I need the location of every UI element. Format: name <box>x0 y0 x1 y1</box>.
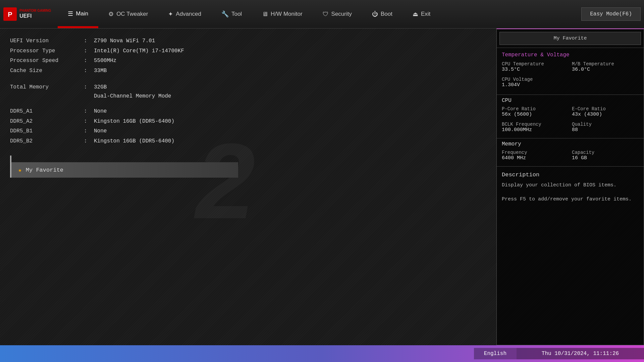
brand-icon: P <box>3 7 17 21</box>
mb-temp-col: M/B Temperature 36.0°C <box>572 61 639 75</box>
nav-item-oc-tweaker[interactable]: ⚙ OC Tweaker <box>98 0 158 28</box>
cpu-section-title: CPU <box>502 98 639 104</box>
cache-size-row: Cache Size : 33MB <box>10 67 486 75</box>
processor-speed-label: Processor Speed <box>10 57 84 65</box>
language-button[interactable]: English <box>474 348 517 359</box>
ddr5-a1-label: DDR5_A1 <box>10 107 84 116</box>
memory-section: Memory Frequency 6400 MHz Capacity 16 GB <box>497 138 644 166</box>
uefi-version-label: UEFI Version <box>10 37 84 46</box>
security-icon: 🛡 <box>323 11 329 18</box>
sep3: : <box>84 57 94 65</box>
cpu-temp-col: CPU Temperature 33.5°C <box>502 61 569 75</box>
frequency-col: Frequency 6400 MHz <box>502 150 569 164</box>
my-favorite-button[interactable]: My Favorite <box>499 32 641 45</box>
uefi-label: UEFI <box>19 13 32 19</box>
capacity-value: 16 GB <box>572 155 639 161</box>
ddr5-a1-value: None <box>94 107 107 116</box>
ddr5-b1-value: None <box>94 127 107 136</box>
brand-text: PHANTOM GAMING UEFI <box>19 8 51 20</box>
processor-type-row: Processor Type : Intel(R) Core(TM) i7-14… <box>10 47 486 56</box>
total-memory-label: Total Memory <box>10 83 84 92</box>
easy-mode-button[interactable]: Easy Mode(F6) <box>581 7 641 21</box>
bclk-freq-value: 100.000MHz <box>502 127 569 133</box>
mb-temp-label: M/B Temperature <box>572 61 639 67</box>
nav-item-security[interactable]: 🛡 Security <box>313 0 362 28</box>
nav-main-label: Main <box>76 10 88 17</box>
processor-type-value: Intel(R) Core(TM) i7-14700KF <box>94 47 184 56</box>
cpu-voltage-value: 1.304V <box>502 82 569 88</box>
description-section: Description Display your collection of B… <box>497 166 644 345</box>
exit-icon: ⏏ <box>413 10 418 18</box>
main-nav: ☰ Main ⚙ OC Tweaker ✦ Advanced 🔧 Tool 🖥 … <box>58 0 581 28</box>
capacity-col: Capacity 16 GB <box>572 150 639 164</box>
cpu-temp-label: CPU Temperature <box>502 61 569 67</box>
bclk-freq-label: BCLK Frequency <box>502 122 569 127</box>
nav-item-tool[interactable]: 🔧 Tool <box>211 0 252 28</box>
quality-value: 88 <box>572 127 639 133</box>
cpu-metrics-grid: P-Core Ratio 56x (5600) E-Core Ratio 43x… <box>502 106 639 135</box>
memory-metrics-grid: Frequency 6400 MHz Capacity 16 GB <box>502 150 639 164</box>
ddr5-b2-label: DDR5_B2 <box>10 137 84 146</box>
nav-security-label: Security <box>331 11 352 17</box>
capacity-label: Capacity <box>572 150 639 155</box>
ddr5-a2-label: DDR5_A2 <box>10 117 84 126</box>
nav-item-boot[interactable]: ⏻ Boot <box>362 0 402 28</box>
sep8: : <box>84 127 94 136</box>
nav-advanced-label: Advanced <box>176 11 201 17</box>
uefi-version-row: UEFI Version : Z790 Nova WiFi 7.01 <box>10 37 486 46</box>
quality-col: Quality 88 <box>572 122 639 135</box>
temp-voltage-grid: CPU Temperature 33.5°C M/B Temperature 3… <box>502 61 639 90</box>
ecore-ratio-value: 43x (4300) <box>572 112 639 117</box>
sep9: : <box>84 137 94 146</box>
nav-exit-label: Exit <box>421 11 430 17</box>
pcore-ratio-label: P-Core Ratio <box>502 106 569 112</box>
quality-label: Quality <box>572 122 639 127</box>
sep2: : <box>84 47 94 56</box>
total-memory-row: Total Memory : 32GB <box>10 83 486 92</box>
ddr5-b1-row: DDR5_B1 : None <box>10 127 486 136</box>
nav-item-main[interactable]: ☰ Main <box>58 0 98 28</box>
hw-monitor-icon: 🖥 <box>262 11 268 18</box>
sep4: : <box>84 67 94 75</box>
logo-area: P PHANTOM GAMING UEFI <box>3 7 51 21</box>
nav-item-advanced[interactable]: ✦ Advanced <box>158 0 211 28</box>
sep6: : <box>84 107 94 116</box>
cpu-section: CPU P-Core Ratio 56x (5600) E-Core Ratio… <box>497 95 644 138</box>
system-info: UEFI Version : Z790 Nova WiFi 7.01 Proce… <box>10 37 486 145</box>
description-text1: Display your collection of BIOS items. <box>502 181 639 189</box>
processor-type-label: Processor Type <box>10 47 84 56</box>
nav-item-exit[interactable]: ⏏ Exit <box>402 0 440 28</box>
left-panel: UEFI Version : Z790 Nova WiFi 7.01 Proce… <box>0 28 496 345</box>
description-title: Description <box>502 172 639 178</box>
ecore-ratio-label: E-Core Ratio <box>572 106 639 112</box>
bottom-bar: English Thu 10/31/2024, 11:11:26 <box>0 345 644 362</box>
ddr5-a1-row: DDR5_A1 : None <box>10 107 486 116</box>
cache-size-label: Cache Size <box>10 67 84 75</box>
sep1: : <box>84 37 94 46</box>
nav-tool-label: Tool <box>231 11 242 17</box>
frequency-label: Frequency <box>502 150 569 155</box>
my-favorite-bar[interactable]: ★ My Favorite <box>11 162 238 178</box>
total-memory-sub: Dual-Channel Memory Mode <box>94 93 486 99</box>
star-icon: ★ <box>18 166 22 174</box>
brand-name: PHANTOM GAMING <box>19 8 51 13</box>
memory-section-title: Memory <box>502 141 639 147</box>
main-icon: ☰ <box>68 10 73 17</box>
sep5: : <box>84 83 94 92</box>
ddr5-a2-value: Kingston 16GB (DDR5-6400) <box>94 117 174 126</box>
bclk-freq-col: BCLK Frequency 100.000MHz <box>502 122 569 135</box>
top-navigation-bar: P PHANTOM GAMING UEFI ☰ Main ⚙ OC Tweake… <box>0 0 644 28</box>
ddr5-b2-value: Kingston 16GB (DDR5-6400) <box>94 137 174 146</box>
uefi-version-value: Z790 Nova WiFi 7.01 <box>94 37 155 46</box>
tool-icon: 🔧 <box>221 10 229 18</box>
nav-item-hw-monitor[interactable]: 🖥 H/W Monitor <box>252 0 312 28</box>
pcore-ratio-col: P-Core Ratio 56x (5600) <box>502 106 569 120</box>
advanced-icon: ✦ <box>168 10 173 18</box>
datetime-display: Thu 10/31/2024, 11:11:26 <box>517 348 644 359</box>
temp-voltage-section: Temperature & Voltage CPU Temperature 33… <box>497 48 644 95</box>
pcore-ratio-value: 56x (5600) <box>502 112 569 117</box>
frequency-value: 6400 MHz <box>502 155 569 161</box>
cpu-voltage-label: CPU Voltage <box>502 77 569 82</box>
ecore-ratio-col: E-Core Ratio 43x (4300) <box>572 106 639 120</box>
ddr5-b1-label: DDR5_B1 <box>10 127 84 136</box>
